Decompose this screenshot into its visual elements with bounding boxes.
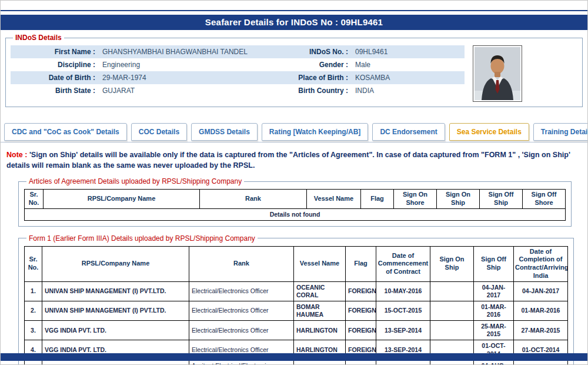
column-header: Vessel Name (307, 190, 361, 209)
sr-cell: 1. (25, 281, 42, 301)
commencement-date-cell: 15-OCT-2015 (376, 301, 430, 320)
gender-label: Gender : (275, 58, 352, 71)
column-header: Flag (361, 190, 394, 209)
rank-cell: Electrical/Electronics Officer (189, 301, 294, 320)
form1-legend: Form 1 (Earlier Form IIIA) Details uploa… (26, 234, 258, 243)
column-header: Sign On Ship (430, 246, 474, 281)
sign-on-ship-cell (430, 321, 474, 340)
footer-bar (1, 353, 587, 361)
indos-details-table: First Name : GHANSHYAMBHAI BHAGWANBHAI T… (11, 45, 465, 97)
column-header: Rank (189, 246, 294, 281)
page-title: Seafarer Details for INDoS No : 09HL9461 (1, 15, 587, 30)
rank-cell: Electrical/Electronics Officer (189, 321, 294, 340)
date-of-birth-label: Date of Birth : (11, 71, 99, 84)
page-frame: Seafarer Details for INDoS No : 09HL9461… (0, 0, 588, 365)
vessel-cell: HARLINGTON (294, 321, 346, 340)
first-name-label: First Name : (11, 45, 99, 58)
birth-country-value: INDIA (352, 84, 465, 97)
table-row: Details not found (25, 208, 566, 220)
sr-cell: 2. (25, 301, 42, 320)
sr-cell: 3. (25, 321, 42, 340)
sign-off-ship-cell: 01-MAR-2016 (474, 301, 514, 320)
tab-coc-details[interactable]: COC Details (131, 123, 187, 141)
column-header: Date of Completion of Contract/Arriving … (514, 246, 568, 281)
completion-date-cell: 04-JAN-2017 (514, 281, 568, 301)
vessel-cell: OCEANIC CORAL (294, 281, 346, 301)
column-header: Sign Off Ship (480, 190, 523, 209)
flag-cell: FOREIGN (346, 301, 376, 320)
column-header: RPSL/Company Name (42, 246, 189, 281)
column-header: Flag (346, 246, 376, 281)
birth-country-label: Birth Country : (275, 84, 352, 97)
indos-no-value: 09HL9461 (352, 45, 465, 58)
column-header: Sign On Shore (394, 190, 437, 209)
table-header-row: Sr. No. RPSL/Company Name Rank Vessel Na… (25, 246, 568, 281)
tab-rating-watch-keeping-ab[interactable]: Rating [Watch Keeping/AB] (262, 123, 369, 141)
birth-state-label: Birth State : (11, 84, 99, 97)
field-row: Date of Birth : 29-MAR-1974 Place of Bir… (11, 71, 465, 84)
column-header: Vessel Name (294, 246, 346, 281)
sign-off-ship-cell: 25-MAR-2015 (474, 321, 514, 340)
first-name-value: GHANSHYAMBHAI BHAGWANBHAI TANDEL (99, 45, 275, 58)
sign-on-ship-cell (430, 301, 474, 320)
indos-details-section: INDoS Details First Name : GHANSHYAMBHAI… (5, 34, 583, 107)
company-cell: UNIVAN SHIP MANAGEMENT (I) PVT.LTD. (42, 301, 189, 320)
place-of-birth-value: KOSAMBA (352, 71, 465, 84)
tab-dc-endorsement[interactable]: DC Endorsement (372, 123, 445, 141)
table-header-row: Sr. No. RPSL/Company Name Rank Vessel Na… (25, 190, 566, 209)
flag-cell: FOREIGN (346, 281, 376, 301)
place-of-birth-label: Place of Birth : (275, 71, 352, 84)
completion-date-cell: 27-MAR-2015 (514, 321, 568, 340)
column-header: Date of Commencement of Contract (376, 246, 430, 281)
discipline-label: Discipline : (11, 58, 99, 71)
gender-value: Male (352, 58, 465, 71)
rank-cell: Electrical/Electronics Officer (189, 281, 294, 301)
tab-cdc-coc-cook-details[interactable]: CDC and "CoC as Cook" Details (4, 123, 127, 141)
tab-gmdss-details[interactable]: GMDSS Details (191, 123, 258, 141)
sign-off-ship-cell: 04-JAN-2017 (474, 281, 514, 301)
commencement-date-cell: 10-MAY-2016 (376, 281, 430, 301)
articles-of-agreement-legend: Articles of Agreement Details uploaded b… (26, 177, 244, 185)
column-header: Sr. No. (25, 246, 42, 281)
form1-table: Sr. No. RPSL/Company Name Rank Vessel Na… (24, 246, 568, 365)
person-portrait-icon (475, 47, 520, 100)
field-row: First Name : GHANSHYAMBHAI BHAGWANBHAI T… (11, 45, 465, 58)
date-of-birth-value: 29-MAR-1974 (99, 71, 275, 84)
top-divider (1, 10, 587, 11)
note-body: 'Sign on Ship' details will be available… (6, 151, 570, 170)
tab-bar: CDC and "CoC as Cook" Details COC Detail… (1, 123, 587, 142)
vessel-cell: BOMAR HAUMEA (294, 301, 346, 320)
indos-no-label: INDoS No. : (275, 45, 352, 58)
tab-training-details[interactable]: Training Details (533, 123, 588, 141)
articles-of-agreement-section: Articles of Agreement Details uploaded b… (18, 177, 572, 227)
birth-state-value: GUJARAT (99, 84, 275, 97)
form1-row: 1. UNIVAN SHIP MANAGEMENT (I) PVT.LTD. E… (25, 281, 568, 301)
indos-details-legend: INDoS Details (13, 34, 64, 42)
seafarer-photo (473, 45, 522, 102)
column-header: Rank (200, 190, 307, 209)
sign-on-ship-cell (430, 281, 474, 301)
company-cell: VGG INDIA PVT. LTD. (42, 321, 189, 340)
column-header: Sign On Ship (437, 190, 480, 209)
details-not-found-message: Details not found (25, 208, 566, 220)
flag-cell: FOREIGN (346, 321, 376, 340)
company-cell: UNIVAN SHIP MANAGEMENT (I) PVT.LTD. (42, 281, 189, 301)
form1-row: 3. VGG INDIA PVT. LTD. Electrical/Electr… (25, 321, 568, 340)
field-row: Discipline : Engineering Gender : Male (11, 58, 465, 71)
column-header: Sr. No. (25, 190, 44, 209)
column-header: Sign Off Shore (523, 190, 566, 209)
note-prefix: Note : (6, 151, 29, 159)
column-header: RPSL/Company Name (44, 190, 200, 209)
commencement-date-cell: 13-SEP-2014 (376, 321, 430, 340)
articles-of-agreement-table: Sr. No. RPSL/Company Name Rank Vessel Na… (24, 189, 566, 221)
column-header: Sign Off Ship (474, 246, 514, 281)
note: Note : 'Sign on Ship' details will be av… (6, 150, 582, 171)
completion-date-cell: 01-MAR-2016 (514, 301, 568, 320)
form1-row: 2. UNIVAN SHIP MANAGEMENT (I) PVT.LTD. E… (25, 301, 568, 320)
tab-sea-service-details[interactable]: Sea Service Details (449, 123, 529, 141)
form1-section: Form 1 (Earlier Form IIIA) Details uploa… (18, 234, 574, 365)
discipline-value: Engineering (99, 58, 275, 71)
field-row: Birth State : GUJARAT Birth Country : IN… (11, 84, 465, 97)
